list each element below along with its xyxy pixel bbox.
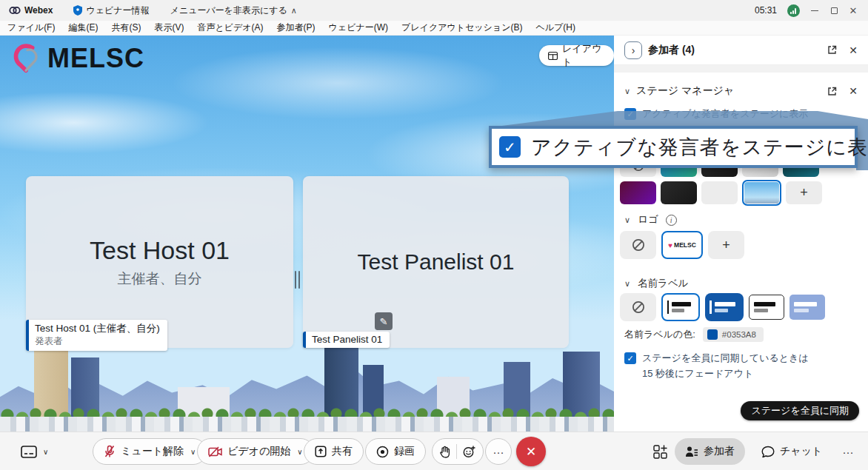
menu-view[interactable]: 表示(V) <box>154 21 184 34</box>
participants-button[interactable]: 参加者 <box>675 438 745 465</box>
webex-window: Webex ウェビナー情報 メニューバーを非表示にする ∧ 05:31 ✕ フ <box>0 0 868 470</box>
captions-icon <box>21 446 37 458</box>
connection-quality-icon[interactable] <box>787 4 800 17</box>
start-video-button[interactable]: ビデオの開始 ∨ <box>197 438 314 465</box>
logo-option-text: MELSC <box>674 241 696 249</box>
melsc-heart-icon <box>10 43 43 74</box>
sync-fadeout-line2: 15 秒後にフェードアウト <box>614 367 868 380</box>
stage: MELSC レイアウト Test Host 01 主催者、自分 Test Pan… <box>0 36 614 432</box>
info-icon[interactable]: i <box>666 215 677 226</box>
name-label-section-title: 名前ラベル <box>638 277 688 290</box>
plus-icon: + <box>722 238 730 253</box>
app-name: Webex <box>24 5 53 16</box>
start-video-label: ビデオの開始 <box>227 445 290 458</box>
reactions-smiley-icon[interactable] <box>463 446 475 458</box>
menu-webinar[interactable]: ウェビナー(W) <box>329 21 388 34</box>
leave-meeting-button[interactable]: ✕ <box>516 437 546 466</box>
apps-button[interactable] <box>649 438 671 465</box>
chat-button[interactable]: チャット <box>757 438 827 465</box>
checkbox-checked-icon[interactable]: ✓ <box>624 352 636 364</box>
name-label-style-blue[interactable] <box>705 293 744 321</box>
webinar-info-button[interactable]: ウェビナー情報 <box>73 4 149 17</box>
background-gray-option[interactable] <box>701 181 738 204</box>
active-speaker-checkbox-row[interactable]: ✓ アクティブな発言者をステージに表示 <box>614 104 868 120</box>
add-logo-button[interactable]: + <box>708 231 744 259</box>
menu-edit[interactable]: 編集(E) <box>68 21 98 34</box>
divider <box>456 444 457 459</box>
close-panel-icon[interactable]: ✕ <box>849 85 858 97</box>
unmute-label: ミュート解除 <box>121 445 184 458</box>
name-label-style-white-border[interactable] <box>749 295 784 320</box>
unmute-button[interactable]: ミュート解除 ∨ <box>93 438 207 465</box>
video-tile-panelist[interactable]: Test Panelist 01 <box>303 176 569 348</box>
name-label-style-translucent[interactable] <box>789 295 825 320</box>
background-sky-city-option-selected[interactable] <box>742 180 781 206</box>
chevron-down-icon[interactable]: ∨ <box>624 87 630 96</box>
chat-label: チャット <box>780 445 822 458</box>
edit-label-button[interactable]: ✎ <box>375 312 393 330</box>
meeting-timer: 05:31 <box>755 5 777 16</box>
mic-muted-icon <box>104 445 116 458</box>
close-icon: ✕ <box>526 444 536 460</box>
participants-panel-title: 参加者 (4) <box>648 44 695 57</box>
participants-label: 参加者 <box>704 445 735 458</box>
minimize-button[interactable] <box>810 6 819 15</box>
share-button[interactable]: 共有 <box>304 438 364 465</box>
expand-panel-button[interactable]: › <box>624 41 642 59</box>
menu-help[interactable]: ヘルプ(H) <box>535 21 575 34</box>
raise-hand-icon[interactable] <box>440 446 450 458</box>
tile-host-name: Test Host 01 <box>90 236 230 265</box>
sync-stage-button[interactable]: ステージを全員に同期 <box>741 401 859 420</box>
sync-fadeout-checkbox[interactable]: ✓ ステージを全員に同期しているときは <box>614 348 868 364</box>
webex-logo-icon <box>9 5 21 16</box>
more-panels-button[interactable]: ··· <box>837 438 859 465</box>
stage-manager-title: ステージ マネージャ <box>636 84 734 98</box>
hide-menubar-button[interactable]: メニューバーを非表示にする ∧ <box>170 4 297 17</box>
name-label-color-label: 名前ラベルの色: <box>624 328 695 341</box>
chevron-down-icon: ∨ <box>297 448 302 456</box>
name-label-section-header: ∨ 名前ラベル <box>624 277 689 290</box>
callout-text: アクティブな発言者をステージに表示 <box>531 134 868 161</box>
popout-icon[interactable] <box>827 45 837 55</box>
close-button[interactable]: ✕ <box>849 6 858 15</box>
logo-none-option[interactable] <box>620 231 656 259</box>
popout-icon[interactable] <box>827 87 837 96</box>
menu-audio-video[interactable]: 音声とビデオ(A) <box>197 21 263 34</box>
stage-brand-logo: MELSC <box>10 43 144 74</box>
maximize-button[interactable] <box>829 6 838 15</box>
add-background-button[interactable]: + <box>786 181 822 204</box>
sidebar: › 参加者 (4) ✕ ∨ ステージ マネージャ ✕ <box>614 36 868 432</box>
menu-share[interactable]: 共有(S) <box>111 21 141 34</box>
color-picker-button[interactable]: #0353A8 <box>703 327 764 342</box>
record-button[interactable]: 録画 <box>365 438 426 465</box>
logo-options: ♥ MELSC + <box>620 231 744 259</box>
menu-participants[interactable]: 参加者(P) <box>277 21 316 34</box>
layout-grid-icon <box>548 51 558 61</box>
controlbar: ∨ ミュート解除 ∨ ビデオの開始 ∨ <box>0 432 868 470</box>
more-options-button[interactable]: ··· <box>485 438 512 465</box>
close-panel-icon[interactable]: ✕ <box>849 44 858 56</box>
layout-button[interactable]: レイアウト <box>539 45 614 66</box>
name-label-host: Test Host 01 (主催者、自分) 発表者 <box>26 320 167 351</box>
menu-breakout[interactable]: ブレイクアウトセッション(B) <box>401 21 522 34</box>
participants-panel-header: › 参加者 (4) ✕ <box>614 36 868 65</box>
prohibited-icon <box>632 238 645 252</box>
chevron-right-icon: › <box>632 44 635 56</box>
hide-menubar-label: メニューバーを非表示にする <box>170 4 287 17</box>
webinar-info-label: ウェビナー情報 <box>86 4 149 17</box>
background-black-option-2[interactable] <box>661 181 697 204</box>
chevron-down-icon[interactable]: ∨ <box>624 215 630 225</box>
sync-stage-button-label: ステージを全員に同期 <box>751 404 849 417</box>
background-purple-option[interactable] <box>620 181 656 204</box>
menu-file[interactable]: ファイル(F) <box>7 21 55 34</box>
captions-button[interactable]: ∨ <box>21 438 48 465</box>
sync-fadeout-line1: ステージを全員に同期しているときは <box>642 352 809 364</box>
checkbox-checked-icon[interactable]: ✓ <box>624 108 636 120</box>
share-label: 共有 <box>332 445 353 458</box>
chat-bubble-icon <box>761 446 775 458</box>
name-label-none-option[interactable] <box>620 293 656 321</box>
chevron-down-icon[interactable]: ∨ <box>624 279 630 289</box>
logo-melsc-option-selected[interactable]: ♥ MELSC <box>661 231 703 259</box>
tile-resize-handle[interactable] <box>295 271 301 289</box>
name-label-style-white-accent-selected[interactable] <box>661 293 700 321</box>
